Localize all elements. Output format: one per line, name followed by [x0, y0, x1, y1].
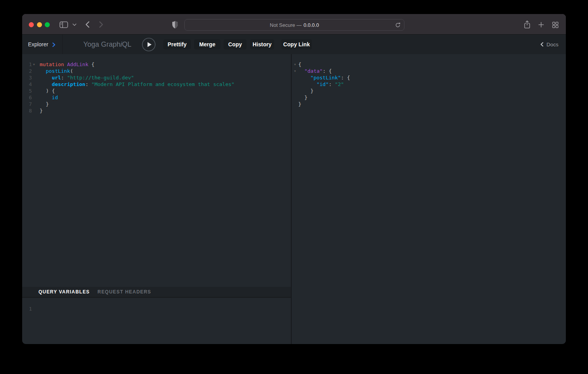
code-token: {: [298, 61, 301, 67]
query-line: 1▾mutation AddLink {: [22, 61, 291, 68]
code-token: [298, 81, 317, 87]
code-token: : {: [341, 75, 350, 81]
new-tab-icon[interactable]: [538, 22, 544, 28]
code-token: {: [88, 61, 94, 67]
address-bar[interactable]: Not Secure — 0.0.0.0: [184, 19, 404, 31]
code-token: [298, 68, 304, 74]
forward-button-icon[interactable]: [98, 21, 104, 28]
share-icon[interactable]: [524, 20, 530, 29]
line-number: 1: [22, 61, 32, 68]
explorer-label: Explorer: [28, 41, 48, 47]
variables-editor[interactable]: 1: [22, 298, 291, 344]
back-button-icon[interactable]: [85, 21, 90, 28]
response-pane: ▾{▾ "data": { "postLink": { "id": "2" } …: [292, 54, 566, 344]
query-pane: 1▾mutation AddLink {2 postLink(3 url: "h…: [22, 54, 291, 344]
code-token: : {: [323, 68, 332, 74]
code-token: "http://the-guild.dev": [67, 75, 134, 81]
line-number: 7: [22, 101, 32, 107]
line-number: 4: [22, 81, 32, 88]
code-token: [40, 75, 52, 81]
execute-query-button[interactable]: [142, 38, 156, 51]
query-line: 5 ) {: [22, 88, 291, 94]
chevron-left-icon: [540, 42, 544, 47]
fold-gutter: [292, 88, 298, 94]
browser-chrome: Not Secure — 0.0.0.0: [22, 14, 566, 34]
docs-toggle[interactable]: Docs: [540, 35, 558, 54]
prettify-button[interactable]: Prettify: [163, 39, 191, 49]
query-line: 6 id: [22, 94, 291, 101]
code-token: [40, 81, 52, 87]
code-token: "Modern API Platform and ecosystem that …: [91, 81, 234, 87]
fold-gutter: [32, 306, 40, 312]
response-line: "postLink": {: [292, 74, 566, 81]
toolbar-buttons: Prettify Merge Copy History Copy Link: [163, 39, 312, 49]
code-token: "id": [317, 81, 329, 87]
code-token: "postLink": [310, 75, 341, 81]
code-token: :: [61, 75, 64, 81]
fold-gutter: [32, 101, 40, 107]
line-number: 5: [22, 88, 32, 94]
query-editor[interactable]: 1▾mutation AddLink {2 postLink(3 url: "h…: [22, 54, 291, 287]
query-line: 8 }: [22, 107, 291, 114]
line-number: 8: [22, 107, 32, 114]
response-line: ▾ "data": {: [292, 68, 566, 74]
line-number: 3: [22, 74, 32, 81]
code-token: "2": [335, 81, 344, 87]
query-line: 2 postLink(: [22, 68, 291, 74]
code-token: ) {: [46, 88, 55, 94]
sidebar-toggle-icon[interactable]: [60, 21, 68, 28]
query-line: 4 description: "Modern API Platform and …: [22, 81, 291, 88]
code-token: url: [52, 75, 61, 81]
response-line: }: [292, 101, 566, 107]
response-line: "id": "2": [292, 81, 566, 88]
code-token: }: [40, 108, 43, 114]
privacy-shield-icon[interactable]: [172, 21, 178, 29]
line-number: 1: [22, 306, 32, 312]
close-button[interactable]: [29, 22, 34, 27]
fold-gutter: [32, 74, 40, 81]
code-token: [332, 81, 335, 87]
zoom-button[interactable]: [45, 22, 50, 27]
docs-label: Docs: [546, 42, 558, 47]
copy-button[interactable]: Copy: [224, 39, 247, 49]
response-line: }: [292, 94, 566, 101]
response-line: ▾{: [292, 61, 566, 68]
merge-button[interactable]: Merge: [194, 39, 220, 49]
reload-icon[interactable]: [395, 22, 401, 28]
history-button[interactable]: History: [250, 39, 274, 49]
fold-arrow-icon[interactable]: ▾: [292, 68, 298, 74]
explorer-toggle[interactable]: Explorer: [22, 35, 63, 54]
fold-gutter: [32, 88, 40, 94]
line-number: 2: [22, 68, 32, 74]
response-line: }: [292, 88, 566, 94]
code-token: postLink: [46, 68, 70, 74]
graphiql-toolbar: Explorer Yoga GraphiQL Prettify Merge Co…: [22, 34, 566, 54]
query-line: 7 }: [22, 101, 291, 107]
fold-arrow-icon[interactable]: ▾: [32, 61, 40, 68]
url-host: 0.0.0.0: [303, 22, 319, 28]
minimize-button[interactable]: [37, 22, 42, 27]
variables-tabbar: QUERY VARIABLES REQUEST HEADERS: [22, 287, 291, 298]
fold-gutter: [292, 74, 298, 81]
title-prefix: Yoga Graph: [83, 40, 120, 49]
tab-overview-icon[interactable]: [552, 22, 558, 28]
tab-request-headers[interactable]: REQUEST HEADERS: [98, 289, 151, 295]
code-token: }: [298, 95, 307, 100]
browser-window: Not Secure — 0.0.0.0 Explorer: [22, 14, 566, 344]
code-token: mutation: [40, 61, 64, 67]
code-token: }: [46, 101, 49, 107]
query-line: 3 url: "http://the-guild.dev": [22, 74, 291, 81]
security-label: Not Secure —: [270, 22, 302, 28]
fold-arrow-icon[interactable]: ▾: [292, 61, 298, 68]
variables-line: 1: [22, 306, 291, 312]
fold-gutter: [32, 94, 40, 101]
code-token: [40, 95, 52, 100]
code-token: "data": [304, 68, 323, 74]
copy-link-button[interactable]: Copy Link: [281, 39, 312, 49]
tab-query-variables[interactable]: QUERY VARIABLES: [38, 289, 90, 295]
chevron-down-icon[interactable]: [72, 23, 77, 26]
graphiql-main: 1▾mutation AddLink {2 postLink(3 url: "h…: [22, 54, 566, 344]
fold-gutter: [32, 107, 40, 114]
fold-gutter: [32, 68, 40, 74]
code-token: [40, 101, 46, 107]
